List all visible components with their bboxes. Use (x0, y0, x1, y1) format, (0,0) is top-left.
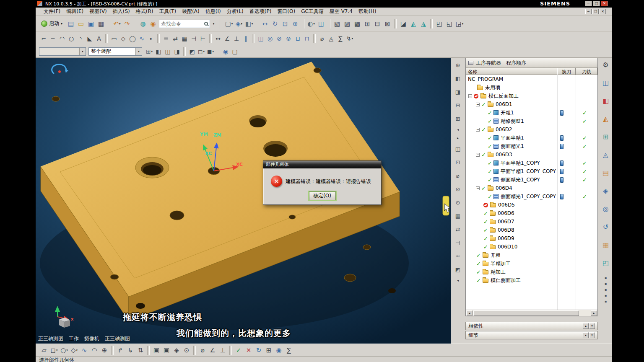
maximize-button[interactable]: □ (593, 1, 600, 6)
rib-icon[interactable]: ⊓ (302, 34, 312, 43)
tree-row[interactable]: −模仁反面加工 (466, 92, 597, 100)
pattern-curve-icon[interactable]: ▦ (180, 34, 189, 43)
move-object-strip-icon[interactable]: ◫ (453, 144, 462, 153)
ok-button[interactable]: 确定(O) (309, 191, 336, 200)
spline-bottom-icon[interactable]: ∿ (79, 345, 89, 355)
menu-item[interactable]: 插入(S) (110, 8, 133, 16)
roles-gear-icon[interactable]: ⚙ (601, 59, 611, 70)
cancel-icon[interactable]: ✕ (244, 345, 254, 355)
boss-strip-icon[interactable]: ⊙ (453, 198, 462, 207)
expand-up-icon[interactable]: ▴ (583, 323, 589, 329)
curve-analysis-icon[interactable]: ◬ (327, 34, 336, 43)
tree-row[interactable]: ✓006D7 (466, 217, 597, 226)
snap-point-menu-icon[interactable]: ⊞▾ (145, 47, 154, 56)
offset-curve-icon[interactable]: ≡ (161, 34, 171, 43)
open-icon[interactable]: ▭ (76, 19, 86, 29)
tree-row[interactable]: ✓侧面精光1✓ (466, 142, 597, 150)
capture-icon[interactable]: ◉ (148, 19, 158, 29)
top-selection-icon[interactable]: ◩ (187, 47, 197, 56)
mini-tab-c-icon[interactable]: ▪ (603, 287, 609, 292)
mini-tab-a-icon[interactable]: ▪ (603, 276, 609, 280)
target-point-icon[interactable]: ⊙ (182, 345, 192, 355)
right-view-icon[interactable]: ⊞ (362, 19, 372, 29)
tree-expander[interactable]: − (476, 103, 480, 106)
move-component-icon[interactable]: ◰ (434, 19, 444, 29)
tree-row[interactable]: ✓模仁侧面加工 (466, 276, 597, 284)
hole-icon[interactable]: ⊘ (275, 34, 284, 43)
sketch-task-icon[interactable]: ▱ (39, 345, 49, 355)
tree-row[interactable]: ✓精加工 (466, 268, 597, 276)
minimize-button[interactable]: ─ (585, 1, 592, 6)
redo-icon[interactable]: ↷ (122, 19, 132, 29)
select-body-icon[interactable]: ◨ (172, 47, 182, 56)
swap-icon[interactable]: ⇅ (135, 345, 145, 355)
chamfer-icon[interactable]: ◣ (85, 34, 94, 43)
part-navigator-icon[interactable]: ◭ (601, 114, 611, 124)
column-header-toolpath[interactable]: 刀轨 (576, 68, 597, 75)
pan-icon[interactable]: ↔ (260, 19, 270, 29)
block-a-icon[interactable]: ▣ (151, 345, 161, 355)
mirror-strip-icon[interactable]: ⇄ (453, 225, 462, 234)
parallel-icon[interactable]: ∥ (241, 34, 250, 43)
tree-row[interactable]: ✓平面半精1_COPY✓ (466, 159, 597, 167)
iso-view-icon[interactable]: ▧ (332, 19, 342, 29)
arc-icon[interactable]: ◠ (57, 34, 67, 43)
tree-row[interactable]: ✓开粗1✓ (466, 109, 597, 117)
command-search-box[interactable] (159, 20, 210, 28)
spline-icon[interactable]: ∿ (137, 34, 146, 43)
show-hide-strip-icon[interactable]: ◨ (453, 87, 462, 96)
navigator-horizontal-scrollbar[interactable]: ◂ ▸ (466, 310, 597, 316)
column-header-toolchange[interactable]: 换刀 (557, 68, 576, 75)
menu-item[interactable]: 格式(R) (133, 8, 156, 16)
fillet-icon[interactable]: ◝ (76, 34, 85, 43)
polygon-icon[interactable]: ◇ (119, 34, 128, 43)
command-finder-icon[interactable]: ◍ (138, 19, 148, 29)
web-browser-icon[interactable]: ◎ (601, 204, 611, 214)
tree-row[interactable]: ✓006D6 (466, 209, 597, 217)
tree-row[interactable]: ✓半精加工 (466, 259, 597, 268)
menu-item[interactable]: 视图(V) (86, 8, 110, 16)
capture-window-icon[interactable]: ▢ (230, 47, 239, 56)
revolve-icon[interactable]: ◎ (265, 34, 275, 43)
section-view-icon[interactable]: ◭ (408, 19, 418, 29)
dimension-icon[interactable]: ↔ (213, 34, 223, 43)
mdi-restore-button[interactable]: ❐ (592, 9, 599, 14)
profile-icon[interactable]: ⌐ (39, 34, 48, 43)
chevron-down-icon[interactable]: ▾ (79, 48, 86, 55)
menu-item[interactable]: 工具(T) (156, 8, 179, 16)
angle-icon[interactable]: ∠ (223, 34, 232, 43)
expand-down-icon[interactable]: ▾ (589, 323, 595, 329)
tree-expander[interactable]: − (476, 153, 480, 157)
mini-tab-b-icon[interactable]: ▪ (603, 282, 609, 286)
polygon-bottom-icon[interactable]: ◇▾ (69, 345, 79, 355)
route-up-icon[interactable]: ↱ (115, 345, 125, 355)
tree-row[interactable]: ✓侧面精光1_COPY✓ (466, 176, 597, 184)
tree-row[interactable]: −✓006D2 (466, 125, 597, 134)
extend-icon[interactable]: ⊢ (198, 34, 208, 43)
constraint-navigator-icon[interactable]: ◧ (601, 96, 611, 106)
ellipse-icon[interactable]: ◯ (128, 34, 137, 43)
unhide-icon[interactable]: ⊞ (453, 114, 462, 123)
menu-item[interactable]: 文件(F) (41, 8, 63, 16)
scroll-end-icon[interactable]: ◂ (453, 278, 462, 282)
gc-tool-icon[interactable]: ◉ (221, 47, 230, 56)
scrollbar-thumb[interactable] (473, 310, 579, 316)
measure-icon[interactable]: ⌀ (317, 34, 327, 43)
zoom-icon[interactable]: ⊕ (290, 19, 300, 29)
tree-row[interactable]: NC_PROGRAM (466, 75, 597, 83)
tree-row[interactable]: −✓006D3 (466, 150, 597, 159)
render-style-icon[interactable]: ◧▾ (244, 19, 254, 29)
show-hide-icon[interactable]: ◐▾ (306, 19, 316, 29)
mirror-curve-icon[interactable]: ⇄ (171, 34, 180, 43)
palette-icon[interactable]: ▦ (601, 240, 611, 250)
text-icon[interactable]: A (94, 34, 104, 43)
hd3d-tools-icon[interactable]: ◈ (601, 186, 611, 196)
reuse-library-icon[interactable]: ▤ (601, 168, 611, 178)
tree-row[interactable]: ✓开粗 (466, 251, 597, 259)
hole-strip-icon[interactable]: ⊘ (453, 184, 462, 194)
route-down-icon[interactable]: ↳ (125, 345, 135, 355)
tree-expander[interactable]: − (476, 128, 480, 132)
shaded-sel-icon[interactable]: ◼▾ (206, 47, 215, 56)
menu-item[interactable]: 星空 V7.4 (327, 8, 356, 16)
orient-view-icon[interactable]: ◈▾ (234, 19, 244, 29)
